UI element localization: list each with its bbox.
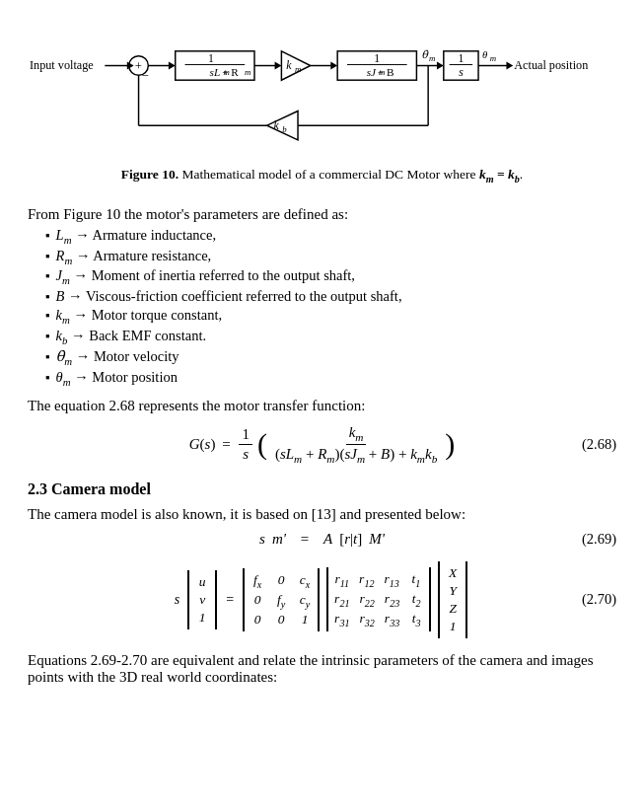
frac-main-num: km [346,424,367,445]
param-symbol: θ̇m → Motor velocity [56,348,179,367]
eq-Mprime: M' [369,531,385,548]
svg-text:k: k [274,119,280,132]
equation-268-row: G(s) = 1 s ( km (sLm + Rm)(sJm + B) + km… [28,424,616,465]
svg-text:sL: sL [210,66,221,78]
bullet-icon: ▪ [45,349,50,365]
svg-text:1: 1 [458,52,464,65]
svg-text:+ R: + R [222,66,239,78]
list-item: ▪ Jm → Moment of inertia referred to the… [45,267,616,286]
list-item: ▪ Rm → Armature resistance, [45,248,616,266]
bullet-icon: ▪ [45,268,50,284]
matrix-K-row2: 0 fy cy [250,592,312,610]
cell-t3: t3 [409,611,423,628]
cell-Y: Y [446,583,460,599]
param-symbol: Rm → Armature resistance, [56,248,212,266]
svg-marker-29 [437,62,444,70]
cell-r12: r12 [359,571,374,589]
bullet-icon: ▪ [45,329,50,344]
block-diagram-svg: Input voltage + 1 sL m + R m k [28,18,616,161]
param-symbol: Lm → Armature inductance, [56,227,216,246]
bottom-text: Equations 2.69-2.70 are equivalent and r… [28,652,616,686]
matrix-K: fx 0 cx 0 fy cy 0 0 1 [243,568,320,630]
params-list: ▪ Lm → Armature inductance, ▪ Rm → Armat… [28,227,616,388]
cell-r21: r21 [334,591,349,609]
cell-t1: t1 [409,571,423,589]
section-heading-camera: 2.3 Camera model [28,480,616,498]
equation-269-row: s m' = A [r|t] M' (2.69) [28,531,616,548]
svg-text:m: m [245,67,250,77]
camera-intro: The camera model is also known, it is ba… [28,506,616,523]
block-diagram-container: Input voltage + 1 sL m + R m k [28,18,616,198]
cell-1b: 1 [298,612,312,627]
eq-A: A [323,531,332,548]
eq-equals: = [218,436,234,453]
param-symbol: kb → Back EMF constant. [56,328,206,346]
equation-269-label: (2.69) [582,531,616,548]
cell-Z: Z [446,601,460,617]
matrix-world-row1: X [446,565,460,581]
equation-270-label: (2.70) [582,591,616,608]
cell-1c: 1 [446,619,460,634]
matrix-Rt-row3: r31 r32 r33 t3 [334,611,423,628]
cell-fx: fx [250,572,264,590]
svg-text:θ̇: θ̇ [421,48,429,60]
svg-marker-1 [127,62,134,70]
svg-marker-19 [330,62,337,70]
list-item: ▪ B → Viscous-friction coefficient refer… [45,288,616,305]
list-item: ▪ km → Motor torque constant, [45,307,616,326]
equation-268-label: (2.68) [582,436,616,453]
cell-1a: 1 [195,610,209,626]
svg-marker-37 [506,62,513,70]
svg-text:s: s [459,66,464,79]
matrix-row-1a: 1 [195,610,209,626]
cell-0d: 0 [274,612,288,627]
eq-frac-main: km (sLm + Rm)(sJm + B) + kmkb [272,424,440,465]
frac-main-den: (sLm + Rm)(sJm + B) + kmkb [272,445,440,465]
svg-text:1: 1 [208,52,214,65]
cell-r13: r13 [384,571,398,589]
svg-marker-5 [169,62,176,70]
svg-text:−: − [141,69,148,83]
eq-s: s [259,531,265,548]
svg-text:m: m [429,53,435,63]
matrix-uv1: u v 1 [187,570,217,629]
svg-text:1: 1 [374,52,380,65]
frac-num: 1 [239,426,252,445]
svg-text:k: k [286,59,292,72]
eq-frac-1s: 1 s [239,426,252,463]
cell-r11: r11 [334,571,349,589]
param-symbol: B → Viscous-friction coefficient referre… [56,288,402,305]
cell-0c: 0 [250,612,264,627]
svg-text:m: m [295,64,301,74]
section-num: 2.3 [28,480,47,497]
frac-den: s [240,445,251,463]
svg-marker-14 [275,62,282,70]
cell-v: v [195,592,209,608]
cell-r33: r33 [385,611,399,628]
list-item: ▪ kb → Back EMF constant. [45,328,616,346]
bullet-icon: ▪ [45,249,50,264]
eq-eq2: = [226,592,234,608]
close-paren: ) [445,429,455,459]
svg-text:+ B: + B [378,66,394,78]
cell-u: u [195,574,209,590]
eq-s2: s [175,592,179,608]
cell-r32: r32 [359,611,374,628]
matrix-world-row3: Z [446,601,460,617]
bullet-icon: ▪ [45,228,50,244]
cell-fy: fy [274,592,288,610]
cell-r22: r22 [359,591,374,609]
input-voltage-label: Input voltage [30,58,94,72]
matrix-world: X Y Z 1 [438,561,467,638]
open-paren: ( [257,429,267,459]
param-symbol: km → Motor torque constant, [56,307,223,326]
cell-r23: r23 [385,591,399,609]
equation-268-math: G(s) = 1 s ( km (sLm + Rm)(sJm + B) + km… [189,424,456,465]
matrix-world-row4: 1 [446,619,460,634]
list-item: ▪ θm → Motor position [45,369,616,388]
svg-text:m: m [490,53,496,63]
cell-cy: cy [298,592,312,610]
equation-270-math: s u v 1 = fx 0 cx [175,561,469,638]
equation-270-row: s u v 1 = fx 0 cx [28,561,616,638]
params-intro: From Figure 10 the motor's parameters ar… [28,206,616,223]
